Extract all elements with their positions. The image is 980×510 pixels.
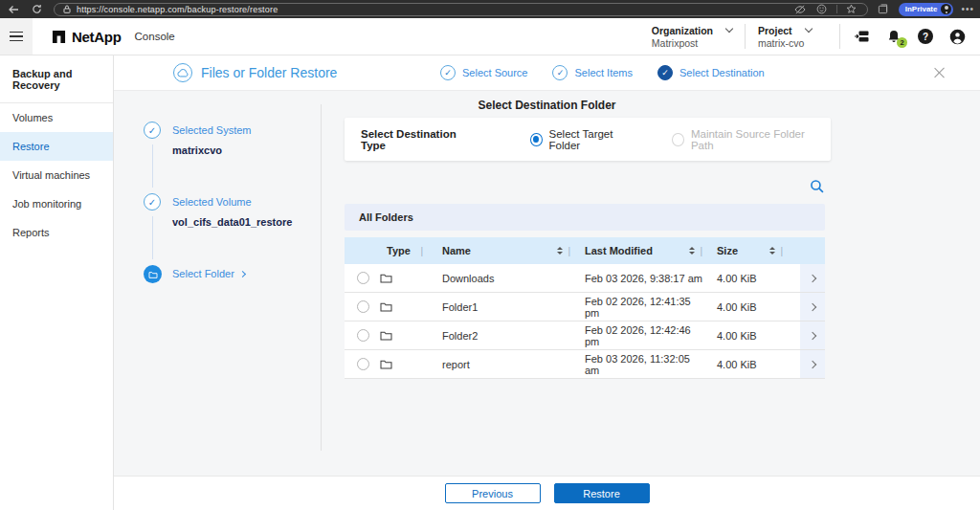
close-icon[interactable] (932, 66, 946, 79)
previous-button[interactable]: Previous (445, 483, 541, 503)
row-radio-button[interactable] (357, 272, 369, 284)
feedback-icon[interactable] (814, 2, 830, 17)
sidebar-nav: Backup and Recovery Volumes Restore Virt… (0, 55, 114, 510)
column-divider (420, 245, 423, 256)
wizard-header: Files or Folder Restore Select Source Se… (114, 55, 980, 91)
url-text[interactable]: https://console.netapp.com/backup-restor… (77, 5, 278, 14)
browser-toolbar: https://console.netapp.com/backup-restor… (0, 0, 980, 18)
chevron-down-icon (725, 25, 733, 33)
open-folder-button[interactable] (800, 264, 825, 292)
radio-maintain-source-path[interactable]: Maintain Source Folder Path (672, 128, 814, 151)
sidebar-item-label: Reports (12, 227, 50, 238)
folders-group-header: All Folders (345, 204, 825, 231)
hamburger-menu-button[interactable] (0, 18, 33, 55)
restore-button[interactable]: Restore (554, 483, 650, 503)
radio-select-target-folder[interactable]: Select Target Folder (530, 128, 635, 151)
netapp-mark-icon (52, 30, 66, 44)
radio-selected-icon[interactable] (530, 133, 543, 146)
workloads-button[interactable] (853, 27, 872, 46)
chevron-right-icon (239, 270, 246, 277)
destination-type-card: Select Destination Type Select Target Fo… (345, 118, 831, 161)
folder-icon (380, 330, 392, 341)
wizard-content: Select Destination Folder Selected Syste… (114, 91, 980, 476)
app-name: Console (135, 31, 175, 42)
open-folder-button[interactable] (800, 322, 825, 349)
progress-step-volume: Selected Volume vol_cifs_data01_restore (144, 193, 292, 265)
radio-label: Maintain Source Folder Path (691, 128, 814, 151)
step-label: Select Folder (172, 265, 234, 282)
browser-back-icon[interactable] (6, 2, 21, 17)
folder-name: Folder1 (427, 301, 574, 313)
folder-modified: Feb 02 2026, 12:42:46 pm (574, 324, 706, 347)
wizard-step-select-source[interactable]: Select Source (440, 65, 527, 80)
workloads-icon (855, 30, 870, 43)
sort-icon[interactable] (557, 247, 563, 255)
browser-refresh-icon[interactable] (29, 2, 44, 17)
project-selector[interactable]: Project matrix-cvo (758, 25, 827, 49)
wizard-step-select-destination[interactable]: Select Destination (657, 65, 765, 80)
column-header-name[interactable]: Name (427, 237, 574, 264)
row-radio-button[interactable] (357, 329, 369, 342)
brand-name: NetApp (72, 29, 122, 45)
sidebar-item-volumes[interactable]: Volumes (0, 103, 113, 132)
open-folder-button[interactable] (800, 350, 825, 378)
project-label: Project (758, 25, 792, 36)
divider (321, 104, 322, 451)
wizard-step-label: Select Destination (679, 67, 765, 78)
chevron-right-icon (809, 331, 816, 339)
browser-window: https://console.netapp.com/backup-restor… (0, 0, 980, 510)
lock-icon (62, 2, 72, 17)
folder-circle-icon (144, 265, 162, 283)
wizard-step-select-items[interactable]: Select Items (552, 65, 633, 80)
folder-size: 4.00 KiB (706, 273, 787, 284)
notifications-count-badge: 2 (897, 37, 907, 48)
column-header-type[interactable]: Type (373, 237, 427, 264)
folder-icon (380, 273, 392, 283)
table-row-downloads[interactable]: Downloads Feb 03 2026, 9:38:17 am 4.00 K… (345, 264, 825, 293)
chevron-right-icon (809, 274, 816, 281)
stepper-connector (152, 144, 153, 188)
account-button[interactable] (947, 27, 967, 46)
selected-volume-value: vol_cifs_data01_restore (172, 216, 292, 228)
progress-step-system: Selected System matrixcvo (144, 122, 292, 193)
table-row-folder2[interactable]: Folder2 Feb 02 2026, 12:42:46 pm 4.00 Ki… (345, 322, 825, 350)
wizard-title: Files or Folder Restore (201, 65, 337, 80)
sidebar-item-restore[interactable]: Restore (0, 132, 113, 161)
favorites-star-icon[interactable] (844, 2, 859, 17)
row-radio-button[interactable] (357, 358, 369, 370)
notifications-button[interactable]: 2 (884, 27, 903, 46)
table-row-report[interactable]: report Feb 03 2026, 11:32:05 am 4.00 KiB (345, 350, 825, 379)
browser-menu-icon[interactable]: ••• (961, 4, 974, 14)
divider (836, 5, 837, 13)
inprivate-badge[interactable]: InPrivate (899, 3, 954, 16)
help-button[interactable] (916, 27, 935, 46)
stepper-connector (152, 216, 153, 259)
tracking-prevention-icon[interactable] (792, 2, 808, 17)
chevron-right-icon (809, 302, 816, 310)
folder-icon (380, 359, 392, 369)
sidebar-item-job-monitoring[interactable]: Job monitoring (0, 189, 113, 218)
divider (839, 24, 840, 49)
sort-icon[interactable] (769, 247, 775, 255)
organization-label: Organization (652, 25, 713, 36)
row-radio-button[interactable] (357, 300, 369, 313)
column-header-last-modified[interactable]: Last Modified (574, 237, 706, 264)
check-circle-filled-icon (657, 65, 673, 80)
open-folder-button[interactable] (800, 293, 825, 321)
radio-column-header (345, 237, 373, 264)
search-icon (810, 179, 824, 193)
sidebar-item-label: Virtual machines (12, 169, 90, 181)
organization-selector[interactable]: Organization Matrixpost (652, 25, 732, 49)
column-header-size[interactable]: Size (706, 237, 787, 264)
page-title: Select Destination Folder (114, 99, 980, 112)
sidebar-item-reports[interactable]: Reports (0, 218, 113, 247)
search-button[interactable] (810, 179, 824, 197)
address-bar[interactable]: https://console.netapp.com/backup-restor… (54, 3, 868, 16)
collections-icon[interactable] (876, 2, 891, 17)
progress-step-folder[interactable]: Select Folder (144, 265, 292, 282)
folders-table: Type Name Last Modified Size (345, 237, 825, 379)
sidebar-item-virtual-machines[interactable]: Virtual machines (0, 161, 113, 189)
check-circle-icon (144, 193, 161, 211)
sort-icon[interactable] (689, 247, 695, 255)
table-row-folder1[interactable]: Folder1 Feb 02 2026, 12:41:35 pm 4.00 Ki… (345, 293, 825, 322)
